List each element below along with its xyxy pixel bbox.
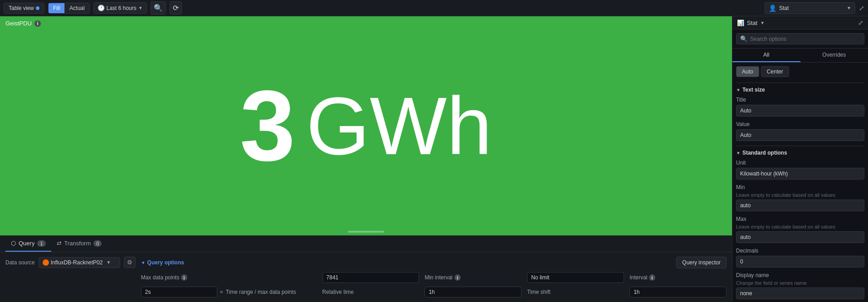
fill-label: Fill [53, 5, 60, 11]
value-field-label: Value [736, 121, 864, 127]
table-view-dot [36, 6, 39, 10]
title-field-input[interactable] [736, 105, 864, 117]
value-field-input[interactable] [736, 129, 864, 141]
gear-button[interactable]: ⚙ [124, 257, 136, 268]
panel-type-label: Stat [747, 19, 757, 26]
search-icon: 🔍 [740, 35, 747, 42]
display-name-row: Display name Change the field or series … [736, 272, 864, 299]
max-row: Max Leave empty to calculate based on al… [736, 216, 864, 243]
query-tabs: ⬡ Query 1 ⇄ Transform 0 [0, 236, 732, 252]
relative-time-label: Relative time [322, 289, 419, 295]
viz-unit: GWh [306, 85, 492, 167]
min-interval-label: Min interval ℹ [424, 274, 522, 281]
datasource-icon [43, 259, 49, 266]
fill-button[interactable]: Fill [49, 3, 65, 13]
top-bar-left: Table view Fill Actual 🕐 Last 6 hours ▼ … [4, 1, 182, 15]
decimals-row: Decimals [736, 248, 864, 268]
table-view-label: Table view [9, 5, 34, 11]
query-content: Data source InfluxDB-RacknetP02 ▼ ⚙ ▼ Qu… [0, 252, 732, 302]
panel-expand-button[interactable]: ⤢ [859, 5, 864, 12]
time-range-button[interactable]: 🕐 Last 6 hours ▼ [93, 2, 147, 14]
right-panel-expand[interactable]: ⤢ [858, 19, 863, 26]
main-layout: GeistPDU ℹ 3 GWh ⬡ Query 1 ⇄ Transform [0, 16, 868, 302]
viz-number: 3 [240, 76, 295, 176]
standard-options-header[interactable]: ▼ Standard options [736, 150, 864, 156]
interval-note: Time range / max data points [226, 289, 296, 295]
table-view-button[interactable]: Table view [4, 3, 44, 13]
query-tab-transform[interactable]: ⇄ Transform 0 [51, 236, 107, 252]
data-source-label: Data source [5, 259, 35, 266]
time-range-label: Last 6 hours [107, 5, 137, 11]
standard-options-chevron: ▼ [736, 151, 741, 156]
viz-info-icon[interactable]: ℹ [34, 20, 41, 27]
text-size-title: ▼ Text size [736, 87, 765, 93]
unit-row: Unit Kilowatt-hour (kWh) [736, 160, 864, 180]
divider-2 [736, 146, 864, 146]
viz-title-text: GeistPDU [5, 20, 32, 27]
top-bar-right: 👤 Stat ▼ ⤢ [765, 2, 864, 14]
display-name-input[interactable] [736, 287, 864, 299]
max-input[interactable] [736, 231, 864, 243]
max-data-points-info[interactable]: ℹ [181, 274, 187, 281]
search-options: 🔍 [732, 29, 868, 49]
query-fields: Max data points ℹ Min interval ℹ Inter [141, 272, 727, 297]
viz-value-display: 3 GWh [240, 76, 492, 176]
interval-input[interactable] [141, 287, 217, 297]
value-field-row: Value [736, 121, 864, 141]
display-name-sublabel: Change the field or series name [736, 280, 864, 286]
display-name-label: Display name [736, 272, 864, 278]
data-source-value: InfluxDB-RacknetP02 [51, 259, 103, 266]
title-field-row: Title [736, 97, 864, 117]
alignment-row: Auto Center [736, 66, 864, 77]
zoom-out-button[interactable]: 🔍 [151, 1, 166, 15]
text-size-section-header[interactable]: ▼ Text size [736, 87, 864, 93]
refresh-button[interactable]: ⟳ [170, 1, 182, 15]
unit-select[interactable]: Kilowatt-hour (kWh) [736, 168, 864, 180]
max-data-points-input[interactable] [322, 272, 419, 283]
transform-tab-badge: 0 [93, 240, 102, 247]
query-options-label: Query options [147, 259, 184, 266]
view-toggle-group: Table view [4, 3, 44, 14]
right-panel-header: 📊 Stat ▼ ⤢ [732, 16, 868, 29]
time-shift-input[interactable] [629, 287, 727, 297]
search-input-wrap: 🔍 [736, 33, 864, 44]
query-inspector-label: Query inspector [682, 259, 721, 266]
standard-options-title: ▼ Standard options [736, 150, 787, 156]
min-input[interactable] [736, 200, 864, 211]
decimals-input[interactable] [736, 256, 864, 268]
right-panel: 📊 Stat ▼ ⤢ 🔍 All Overrides [732, 16, 868, 302]
query-options-title[interactable]: ▼ Query options [141, 259, 184, 266]
options-content: Auto Center ▼ Text size Title Value [732, 63, 868, 302]
interval-label: Interval ℹ [629, 274, 727, 281]
tab-overrides[interactable]: Overrides [800, 49, 868, 62]
transform-tab-label: Transform [64, 240, 91, 247]
min-interval-info[interactable]: ℹ [454, 274, 461, 281]
panel-type-select[interactable]: 📊 Stat ▼ [737, 19, 765, 26]
actual-label: Actual [69, 5, 84, 11]
unit-label: Unit [736, 160, 864, 166]
interval-info[interactable]: ℹ [649, 274, 655, 281]
tab-all[interactable]: All [732, 49, 800, 62]
align-auto-button[interactable]: Auto [736, 66, 759, 77]
query-tab-badge: 1 [37, 240, 45, 247]
visualization-area: GeistPDU ℹ 3 GWh [0, 16, 732, 235]
search-input[interactable] [750, 36, 860, 42]
query-tab-query[interactable]: ⬡ Query 1 [5, 236, 51, 252]
decimals-label: Decimals [736, 248, 864, 254]
data-source-select[interactable]: InfluxDB-RacknetP02 ▼ [39, 257, 120, 268]
min-label: Min [736, 184, 864, 190]
min-sublabel: Leave empty to calculate based on all va… [736, 192, 864, 198]
panel-type-selector[interactable]: 👤 Stat ▼ [765, 2, 855, 14]
query-options-section: ▼ Query options Query inspector Max data… [141, 257, 727, 297]
max-data-points-label: Max data points ℹ [141, 274, 317, 281]
max-sublabel: Leave empty to calculate based on all va… [736, 224, 864, 229]
divider-1 [736, 83, 864, 83]
min-row: Min Leave empty to calculate based on al… [736, 184, 864, 211]
relative-time-input[interactable] [424, 287, 522, 297]
actual-button[interactable]: Actual [65, 3, 89, 13]
min-interval-input[interactable] [527, 272, 624, 283]
query-inspector-button[interactable]: Query inspector [676, 257, 727, 268]
query-options-header: ▼ Query options Query inspector [141, 257, 727, 268]
equals-sign: = [220, 289, 223, 295]
align-center-button[interactable]: Center [761, 66, 789, 77]
